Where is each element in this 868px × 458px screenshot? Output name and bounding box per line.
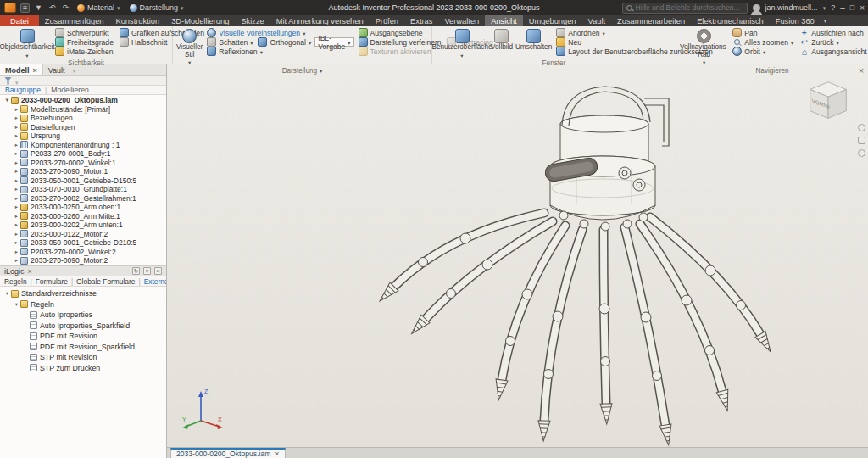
ilogic-tab[interactable]: Formulare — [27, 277, 68, 286]
navigation-wheel-button[interactable]: Vollnavigations-Rad — [680, 28, 728, 67]
tree-item[interactable]: 2033-000-0122_Motor:2 — [0, 230, 166, 239]
ribbon-display-options-icon[interactable] — [821, 15, 831, 26]
reflections-dropdown[interactable]: Reflexionen — [205, 47, 353, 56]
expander-icon[interactable] — [13, 186, 20, 193]
ibl-preset-combobox[interactable]: IBL-Vorgabe — [314, 37, 353, 47]
expander-icon[interactable] — [3, 290, 11, 297]
pin-icon[interactable]: ▾ — [143, 267, 151, 275]
tree-item[interactable]: Darstellungen — [0, 123, 166, 132]
ribbon-tab[interactable]: Prüfen — [370, 15, 404, 26]
tree-item[interactable]: 2033-050-0001_Getriebe-D150:5 — [0, 176, 166, 186]
expander-icon[interactable] — [13, 195, 20, 202]
nav-wheel-icon[interactable] — [858, 124, 865, 131]
tree-item[interactable]: 2033-270-0082_Gestellrahmen:1 — [0, 194, 166, 204]
menu-icon[interactable]: ≡ — [20, 3, 30, 13]
visual-style-button[interactable]: Visueller Stil — [176, 28, 203, 67]
tree-item[interactable]: P2033-270-0001_Body:1 — [0, 149, 166, 159]
ribbon-tab[interactable]: Zusammenarbeiten — [611, 15, 691, 26]
switch-windows-button[interactable]: Umschalten — [515, 28, 552, 59]
refine-appearance-button[interactable]: Darstellung verfeinern — [357, 37, 443, 47]
ilogic-tab[interactable]: Globale Formulare — [68, 277, 136, 286]
help-search-box[interactable] — [622, 3, 748, 14]
tree-item[interactable]: Komponentenanordnung : 1 — [0, 141, 166, 150]
browser-subtab[interactable]: Modellieren — [41, 86, 89, 94]
ribbon-tab[interactable]: Vault — [582, 15, 612, 26]
ribbon-tab[interactable]: 3D-Modellierung — [165, 15, 235, 26]
3d-viewport[interactable]: VORNE Z X Y 2033-000-0200_Oktopus.iam — [167, 64, 868, 458]
search-input[interactable] — [636, 3, 743, 12]
ribbon-tab[interactable]: Mit Anmerkung versehen — [270, 15, 370, 26]
tree-item[interactable]: 2033-000-0200_Oktopus.iam — [0, 96, 166, 105]
ribbon-tab[interactable]: Ansicht — [485, 15, 523, 26]
undo-icon[interactable]: ↶ — [47, 3, 57, 13]
tree-item[interactable]: PDF mit Revision_Sparkfield — [0, 342, 166, 353]
expander-icon[interactable] — [13, 249, 20, 255]
tree-item[interactable]: 2033-000-0260_Arm Mitte:1 — [0, 212, 166, 221]
group-label-darstellung[interactable]: Darstellung — [173, 67, 431, 75]
nav-pan-icon[interactable] — [858, 137, 865, 144]
imate-glyph-button[interactable]: iMate-Zeichen — [53, 47, 115, 56]
tree-item[interactable]: Beziehungen — [0, 114, 166, 123]
ilogic-tab[interactable]: Regeln — [4, 277, 27, 286]
back-dropdown[interactable]: Zurück — [798, 37, 868, 47]
user-avatar-icon[interactable] — [753, 4, 760, 12]
ribbon-tab[interactable]: Zusammenfügen — [39, 15, 110, 26]
expander-icon[interactable] — [13, 132, 20, 139]
user-interface-button[interactable]: Benutzeroberfläche — [436, 28, 488, 59]
ribbon-tab[interactable]: Skizze — [235, 15, 270, 26]
inventor-app-icon[interactable] — [4, 3, 16, 13]
expander-icon[interactable] — [13, 177, 20, 184]
maximize-button[interactable] — [850, 3, 854, 12]
chevron-down-icon[interactable] — [823, 3, 826, 12]
tree-item[interactable]: P2033-270-0002_Winkel:1 — [0, 159, 166, 168]
tab-datei[interactable]: Datei — [0, 15, 39, 26]
orthographic-dropdown[interactable]: Orthogonal — [256, 37, 313, 47]
expander-icon[interactable] — [13, 150, 20, 157]
help-icon[interactable] — [831, 3, 835, 12]
expander-icon[interactable] — [13, 142, 20, 148]
expander-icon[interactable] — [13, 301, 20, 308]
expander-icon[interactable] — [13, 168, 20, 175]
tree-item[interactable]: 2033-270-0090_Motor:1 — [0, 167, 166, 176]
tree-item[interactable]: STP mit Revision — [0, 352, 166, 363]
material-dropdown[interactable]: Material — [75, 2, 123, 14]
expander-icon[interactable] — [13, 159, 20, 166]
expander-icon[interactable] — [13, 213, 20, 220]
ribbon-tab[interactable]: Extras — [404, 15, 438, 26]
expander-icon[interactable] — [13, 106, 20, 113]
expander-icon[interactable] — [13, 114, 20, 121]
document-tab[interactable]: 2033-000-0200_Oktopus.iam — [170, 448, 286, 458]
ribbon-tab[interactable]: Elektromechanisch — [691, 15, 770, 26]
ribbon-tab[interactable]: Konstruktion — [109, 15, 165, 26]
degrees-of-freedom-button[interactable]: Freiheitsgrade — [53, 37, 115, 47]
tree-item[interactable]: Regeln — [0, 299, 166, 310]
expander-icon[interactable] — [13, 239, 20, 246]
tree-item[interactable]: Auto Iproperties — [0, 310, 166, 321]
expander-icon[interactable] — [13, 204, 20, 210]
pan-button[interactable]: Pan — [731, 28, 795, 37]
refresh-icon[interactable]: ↻ — [132, 267, 140, 275]
tree-item[interactable]: Standardverzeichnisse — [0, 288, 166, 299]
tree-item[interactable]: STP zum Drucken — [0, 363, 166, 374]
zoom-all-dropdown[interactable]: Alles zoomen — [731, 37, 795, 47]
close-icon[interactable] — [28, 267, 32, 276]
orbit-dropdown[interactable]: Orbit — [731, 47, 795, 56]
look-at-button[interactable]: Ausrichten nach — [798, 28, 868, 37]
tree-item[interactable]: Modellzustände: [Primär] — [0, 105, 166, 114]
shadows-dropdown[interactable]: Schatten — [205, 37, 254, 47]
tree-item[interactable]: Ursprung — [0, 131, 166, 141]
close-button[interactable] — [860, 3, 865, 13]
center-of-gravity-button[interactable]: Schwerpunkt — [53, 28, 115, 37]
expander-icon[interactable] — [13, 221, 20, 228]
expander-icon[interactable] — [13, 231, 20, 237]
expander-icon[interactable] — [3, 97, 11, 103]
tree-item[interactable]: 2033-070-0010_Grundplatte:1 — [0, 185, 166, 194]
expander-icon[interactable] — [13, 257, 20, 264]
close-panel-icon[interactable]: × — [154, 267, 162, 275]
expander-icon[interactable] — [13, 124, 20, 131]
browser-subtab[interactable]: Baugruppe — [5, 86, 41, 94]
tree-item[interactable]: Auto Iproperties_Sparkfield — [0, 321, 166, 332]
appearance-dropdown[interactable]: Darstellung — [127, 2, 186, 14]
tree-item[interactable]: PDF mit Revision — [0, 331, 166, 342]
viewcube[interactable]: VORNE — [802, 75, 854, 127]
